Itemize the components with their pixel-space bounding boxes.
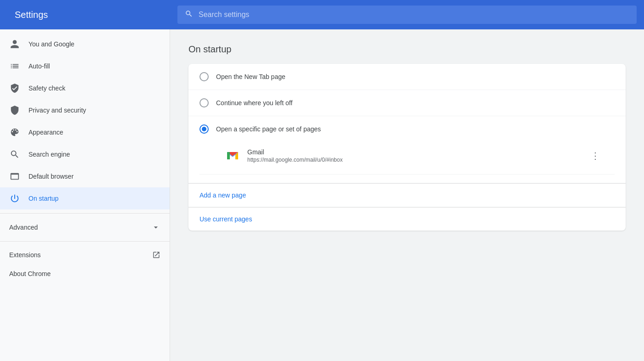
external-link-icon [152, 251, 160, 259]
radio-continue[interactable] [199, 98, 209, 107]
add-new-page-link[interactable]: Add a new page [199, 192, 246, 199]
option-continue[interactable]: Continue where you left off [188, 90, 626, 116]
sidebar: You and Google Auto-fill Safety check [0, 29, 170, 361]
sidebar-item-extensions[interactable]: Extensions [0, 245, 170, 265]
specific-page-row: Open a specific page or set of pages [199, 124, 615, 134]
gmail-section: Gmail https://mail.google.com/mail/u/0/#… [199, 137, 615, 175]
sidebar-label-auto-fill: Auto-fill [28, 62, 50, 70]
page-body: You and Google Auto-fill Safety check [0, 29, 644, 361]
option-new-tab-label: Open the New Tab page [216, 73, 285, 80]
add-new-page-row[interactable]: Add a new page [188, 184, 626, 207]
browser-icon [9, 171, 20, 182]
option-specific-page[interactable]: Open a specific page or set of pages [188, 116, 626, 183]
sidebar-label-privacy: Privacy and security [28, 107, 86, 114]
gmail-icon [225, 148, 240, 163]
app-title: Settings [7, 10, 177, 20]
advanced-section-header[interactable]: Advanced [0, 217, 170, 237]
gmail-row: Gmail https://mail.google.com/mail/u/0/#… [225, 143, 604, 169]
about-label: About Chrome [9, 270, 51, 277]
main-content: On startup Open the New Tab page Continu… [170, 29, 644, 361]
option-continue-label: Continue where you left off [216, 99, 292, 107]
search-bar [177, 6, 637, 24]
more-options-icon[interactable]: ⋮ [587, 147, 604, 165]
sidebar-label-default-browser: Default browser [28, 173, 74, 180]
sidebar-label-safety-check: Safety check [28, 85, 65, 92]
header: Settings [0, 0, 644, 29]
section-title: On startup [188, 44, 626, 55]
sidebar-label-on-startup: On startup [28, 195, 58, 202]
sidebar-item-safety-check[interactable]: Safety check [0, 77, 170, 99]
sidebar-item-on-startup[interactable]: On startup [0, 187, 170, 209]
option-new-tab[interactable]: Open the New Tab page [188, 64, 626, 90]
sidebar-divider-2 [0, 241, 170, 242]
gmail-info: Gmail https://mail.google.com/mail/u/0/#… [247, 148, 580, 163]
sidebar-item-default-browser[interactable]: Default browser [0, 165, 170, 187]
sidebar-item-auto-fill[interactable]: Auto-fill [0, 55, 170, 77]
option-specific-page-label: Open a specific page or set of pages [216, 125, 321, 133]
shield-check-icon [9, 83, 20, 94]
sidebar-item-privacy-security[interactable]: Privacy and security [0, 99, 170, 121]
extensions-label: Extensions [9, 251, 40, 259]
sidebar-item-you-and-google[interactable]: You and Google [0, 33, 170, 55]
search-input[interactable] [199, 11, 629, 19]
palette-icon [9, 127, 20, 138]
radio-specific-page[interactable] [199, 124, 209, 134]
list-icon [9, 61, 20, 72]
sidebar-label-you-and-google: You and Google [28, 40, 74, 48]
sidebar-item-search-engine[interactable]: Search engine [0, 143, 170, 165]
chevron-down-icon [151, 223, 160, 232]
sidebar-item-about-chrome[interactable]: About Chrome [0, 265, 170, 283]
sidebar-label-appearance: Appearance [28, 129, 63, 136]
person-icon [9, 39, 20, 50]
sidebar-item-appearance[interactable]: Appearance [0, 121, 170, 143]
sidebar-divider-1 [0, 213, 170, 214]
shield-icon [9, 105, 20, 116]
search-sm-icon [9, 149, 20, 160]
sidebar-label-search-engine: Search engine [28, 151, 70, 158]
gmail-name: Gmail [247, 148, 580, 156]
advanced-label: Advanced [9, 224, 38, 231]
startup-options-card: Open the New Tab page Continue where you… [188, 64, 626, 231]
use-current-pages-row[interactable]: Use current pages [188, 208, 626, 231]
power-icon [9, 193, 20, 204]
use-current-pages-link[interactable]: Use current pages [199, 215, 252, 223]
gmail-url: https://mail.google.com/mail/u/0/#inbox [247, 157, 580, 163]
search-icon [185, 10, 193, 20]
radio-new-tab[interactable] [199, 72, 209, 81]
